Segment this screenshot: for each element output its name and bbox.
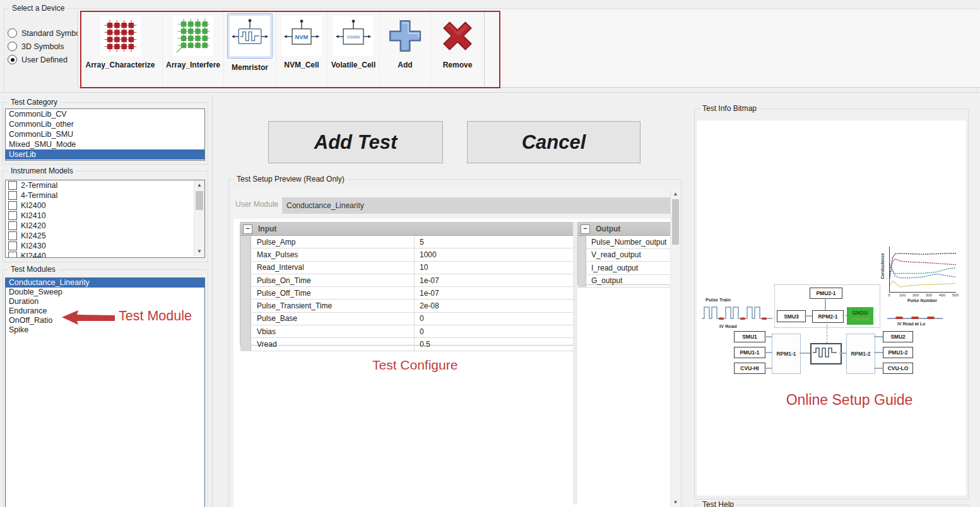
instrument-item[interactable]: KI2400 [6, 201, 204, 211]
instrument-item[interactable]: KI2410 [6, 211, 204, 221]
app-window: { "device_panel": { "group_label": "Sele… [0, 0, 980, 507]
add-test-button-label: Add Test [314, 131, 397, 154]
list-item[interactable]: CommonLib_SMU [6, 129, 204, 139]
radio-user-defined[interactable]: User Defined [8, 53, 86, 66]
scroll-down-icon[interactable]: ▼ [671, 498, 680, 507]
param-name: Pulse_Off_Time [251, 287, 415, 299]
grid-gap-divider [573, 222, 577, 504]
diagram-box-rpm1-1: RPM1-1 [772, 334, 801, 374]
output-grid-header: − Output [578, 223, 670, 236]
instrument-models-scrollbar[interactable]: ▲ ▼ [194, 180, 204, 256]
input-row: Pulse_Off_Time1e-07 [240, 287, 574, 300]
list-item-selected[interactable]: Conductance_Linearity [6, 278, 204, 288]
radio-icon-selected[interactable] [8, 55, 17, 64]
checkbox-icon[interactable] [8, 242, 17, 250]
output-row: V_read_output [578, 249, 670, 262]
instrument-item[interactable]: 2-Terminal [6, 180, 204, 190]
input-row: Max_Pulses1000 [240, 248, 574, 261]
test-info-bitmap-label: Test Info Bitmap [700, 104, 759, 113]
param-name: Vread [251, 338, 415, 350]
input-row: Pulse_On_Time1e-07 [240, 274, 574, 287]
device-item-remove[interactable]: Remove [431, 10, 485, 86]
list-item[interactable]: CommonLib_other [6, 119, 204, 129]
scroll-up-icon[interactable]: ▲ [671, 189, 680, 199]
instrument-item[interactable]: KI2425 [6, 231, 204, 241]
left-center-divider [212, 95, 213, 507]
output-row: G_output [578, 275, 670, 288]
test-help-groupbox: Test Help [694, 504, 969, 507]
row-header [578, 249, 586, 262]
symbol-type-radio-group: Standard Symbols 3D Symbols User Defined [8, 26, 86, 66]
memristor-device-icon [810, 343, 842, 364]
checkbox-icon[interactable] [8, 231, 17, 240]
checkbox-icon[interactable] [8, 211, 17, 220]
row-header [240, 300, 251, 312]
device-item-volatile-cell[interactable]: Volatile Volatile_Cell [328, 10, 380, 86]
instrument-item[interactable]: 4-Terminal [6, 190, 204, 201]
scroll-down-icon[interactable]: ▼ [194, 247, 204, 256]
list-item[interactable]: Duration [6, 297, 204, 306]
instrument-label: KI2410 [21, 211, 46, 220]
param-value: 1e-07 [415, 289, 574, 298]
collapse-icon[interactable]: − [581, 224, 590, 234]
param-name: Read_Interval [251, 262, 415, 274]
input-grid-header: − Input [240, 223, 574, 236]
svg-text:Volatile: Volatile [346, 35, 360, 39]
device-item-label: Volatile_Cell [331, 61, 375, 69]
list-item[interactable]: Spike [6, 325, 204, 335]
scrollbar-thumb[interactable] [672, 199, 679, 245]
param-value: 0 [415, 314, 574, 323]
list-item[interactable]: CommonLib_CV [6, 109, 204, 119]
instrument-label: 4-Terminal [21, 191, 57, 200]
diagram-box-pmu2-1: PMU2-1 [810, 288, 842, 299]
list-item[interactable]: Double_Sweep [6, 288, 204, 297]
output-row: Pulse_Number_output [578, 236, 670, 249]
cancel-button[interactable]: Cancel [467, 121, 641, 163]
device-item-nvm-cell[interactable]: NVM NVM_Cell [276, 10, 328, 86]
row-header [240, 287, 251, 299]
checkbox-icon[interactable] [8, 201, 17, 210]
output-grid: − Output Pulse_Number_output V_read_outp… [577, 222, 671, 285]
input-row: Vbias0 [240, 325, 574, 338]
param-name: Pulse_Transient_Time [251, 300, 415, 312]
device-item-add[interactable]: Add [380, 10, 431, 86]
add-plus-icon [385, 16, 425, 56]
collapse-icon[interactable]: − [243, 224, 252, 234]
read-marker [895, 317, 903, 319]
row-header [240, 262, 251, 274]
scrollbar-thumb[interactable] [196, 191, 203, 210]
preview-scrollbar[interactable]: ▲ ▼ [670, 189, 680, 507]
instrument-models-label: Instrument Models [8, 166, 76, 175]
radio-icon[interactable] [8, 42, 17, 51]
param-value: 1e-07 [415, 276, 574, 285]
scroll-up-icon[interactable]: ▲ [194, 180, 204, 190]
device-item-memristor[interactable]: Memristor [224, 10, 276, 86]
output-row: I_read_output [578, 262, 670, 275]
chart-xlabel: Pulse Number [880, 298, 965, 303]
instrument-item[interactable]: KI2440 [6, 251, 204, 258]
instrument-item[interactable]: KI2420 [6, 221, 204, 231]
add-test-button[interactable]: Add Test [268, 121, 443, 163]
device-item-array-characterize[interactable]: Array_Characterize [78, 10, 163, 86]
svg-text:NVM: NVM [295, 34, 309, 40]
diagram-box-cvu-lo: CVU-LO [883, 363, 913, 374]
online-setup-guide-annotation: Online Setup Guide [736, 392, 963, 409]
radio-icon[interactable] [8, 28, 17, 38]
checkbox-icon[interactable] [8, 252, 17, 258]
checkbox-icon[interactable] [8, 221, 17, 230]
memristor-symbol-icon [230, 16, 270, 56]
select-device-label: Select a Device [9, 4, 67, 13]
device-item-array-interfere[interactable]: Array_Interfere [163, 10, 224, 86]
test-category-listbox: CommonLib_CV CommonLib_other CommonLib_S… [5, 108, 205, 161]
list-item[interactable]: Mixed_SMU_Mode [6, 139, 204, 149]
output-name: Pulse_Number_output [586, 238, 670, 247]
checkbox-icon[interactable] [8, 181, 17, 190]
list-item-selected[interactable]: UserLib [6, 149, 204, 160]
checkbox-icon[interactable] [8, 191, 17, 200]
radio-3d-symbols[interactable]: 3D Symbols [8, 40, 86, 53]
output-header-label: Output [596, 224, 620, 233]
nvm-cell-icon: NVM [281, 16, 322, 56]
radio-standard-symbols[interactable]: Standard Symbols [8, 26, 86, 40]
device-item-label: NVM_Cell [284, 61, 319, 69]
instrument-item[interactable]: KI2430 [6, 241, 204, 251]
